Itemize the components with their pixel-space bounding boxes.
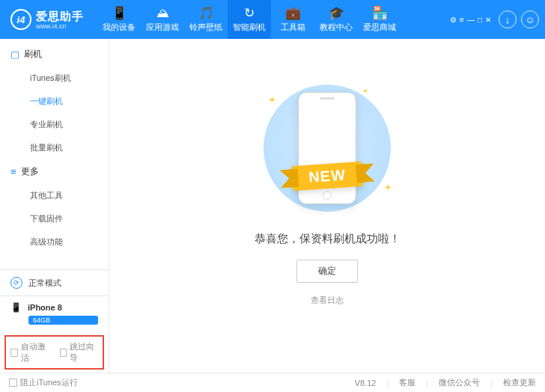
app-logo: i4 爱思助手 www.i4.cn — [10, 9, 84, 30]
title-bar: i4 爱思助手 www.i4.cn 📱我的设备 ⛰应用游戏 🎵铃声壁纸 ↻智能刷… — [0, 0, 545, 39]
nav-apps[interactable]: ⛰应用游戏 — [141, 0, 184, 39]
nav-ringtones[interactable]: 🎵铃声壁纸 — [184, 0, 228, 39]
sidebar-item-itunes-flash[interactable]: iTunes刷机 — [0, 67, 109, 90]
star-icon: ✦ — [384, 182, 392, 193]
nav-store[interactable]: 🏪爱思商城 — [358, 0, 401, 39]
sidebar-item-advanced[interactable]: 高级功能 — [0, 230, 109, 254]
nav-my-device[interactable]: 📱我的设备 — [97, 0, 141, 39]
checkbox-auto-activate[interactable]: 自动激活 — [10, 341, 49, 364]
sidebar-section-flash: ▢ 刷机 — [0, 48, 109, 61]
view-log-link[interactable]: 查看日志 — [311, 295, 344, 306]
mode-icon: ⟳ — [10, 277, 22, 289]
graduation-icon: 🎓 — [329, 7, 344, 19]
wechat-link[interactable]: 微信公众号 — [439, 377, 480, 388]
user-icon: ☺ — [525, 14, 535, 25]
checkbox-block-itunes[interactable]: 阻止iTunes运行 — [9, 377, 78, 388]
refresh-icon: ↻ — [244, 7, 255, 19]
sidebar-section-more: ≡ 更多 — [0, 165, 109, 178]
download-button[interactable]: ↓ — [499, 10, 517, 28]
nav-flash[interactable]: ↻智能刷机 — [228, 0, 271, 39]
device-info[interactable]: 📱 iPhone 8 64GB — [0, 296, 109, 331]
apps-icon: ⛰ — [156, 7, 169, 19]
device-name: iPhone 8 — [28, 303, 62, 312]
support-link[interactable]: 客服 — [399, 377, 415, 388]
device-icon: ▢ — [10, 49, 19, 60]
app-url: www.i4.cn — [36, 22, 84, 30]
sidebar-item-oneclick-flash[interactable]: 一键刷机 — [0, 90, 109, 113]
briefcase-icon: 💼 — [285, 7, 301, 19]
star-icon: ✦ — [268, 94, 276, 105]
sidebar-item-batch-flash[interactable]: 批量刷机 — [0, 136, 109, 159]
window-controls: ⚙ ≡ — □ ✕ — [450, 16, 491, 24]
store-icon: 🏪 — [372, 7, 388, 19]
sidebar: ▢ 刷机 iTunes刷机 一键刷机 专业刷机 批量刷机 ≡ 更多 其他工具 下… — [0, 39, 109, 373]
new-ribbon: NEW — [291, 162, 363, 191]
list-icon: ≡ — [10, 166, 16, 177]
user-button[interactable]: ☺ — [521, 10, 539, 28]
sidebar-item-download-firmware[interactable]: 下载固件 — [0, 207, 109, 230]
close-icon[interactable]: ✕ — [485, 16, 491, 24]
checkbox-skip-guide[interactable]: 跳过向导 — [60, 341, 99, 364]
sidebar-item-other-tools[interactable]: 其他工具 — [0, 184, 109, 207]
sidebar-item-pro-flash[interactable]: 专业刷机 — [0, 113, 109, 136]
storage-badge: 64GB — [28, 316, 98, 325]
phone-icon: 📱 — [112, 7, 127, 19]
maximize-icon[interactable]: □ — [478, 16, 482, 24]
nav-tutorials[interactable]: 🎓教程中心 — [314, 0, 358, 39]
menu-icon[interactable]: ≡ — [460, 16, 464, 24]
success-message: 恭喜您，保资料刷机成功啦！ — [255, 232, 401, 246]
status-bar: 阻止iTunes运行 V8.12| 客服| 微信公众号| 检查更新 — [0, 373, 545, 392]
device-mode[interactable]: ⟳ 正常模式 — [0, 270, 109, 296]
star-icon: ✦ — [362, 87, 368, 95]
nav-toolbox[interactable]: 💼工具箱 — [271, 0, 314, 39]
main-content: ✦ ✦ ✦ NEW 恭喜您，保资料刷机成功啦！ 确定 查看日志 — [109, 39, 545, 373]
main-nav: 📱我的设备 ⛰应用游戏 🎵铃声壁纸 ↻智能刷机 💼工具箱 🎓教程中心 🏪爱思商城 — [97, 0, 401, 39]
settings-icon[interactable]: ⚙ — [450, 16, 457, 24]
version-label: V8.12 — [355, 379, 377, 388]
options-group: 自动激活 跳过向导 — [4, 335, 104, 370]
success-illustration: ✦ ✦ ✦ NEW — [249, 81, 406, 215]
logo-icon: i4 — [10, 9, 31, 30]
music-icon: 🎵 — [198, 7, 214, 19]
confirm-button[interactable]: 确定 — [296, 260, 358, 283]
minimize-icon[interactable]: — — [467, 16, 475, 24]
check-update-link[interactable]: 检查更新 — [503, 377, 536, 388]
phone-small-icon: 📱 — [10, 302, 22, 313]
